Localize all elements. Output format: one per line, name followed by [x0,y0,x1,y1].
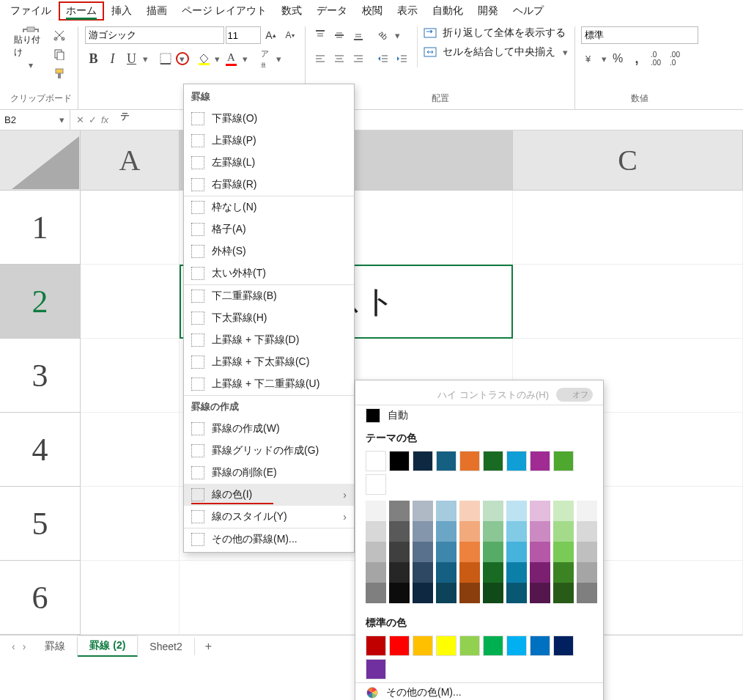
border-item-i[interactable]: 線の色(I)› [184,484,354,506]
increase-decimal-button[interactable]: .0.00 [647,50,665,67]
border-item-h[interactable]: 下太罫線(H) [184,307,354,329]
menu-data[interactable]: データ [309,1,355,21]
color-swatch[interactable] [483,583,503,603]
fx-button[interactable]: fx [101,114,108,125]
color-swatch[interactable] [553,521,574,542]
color-swatch[interactable] [577,542,597,562]
font-size-select[interactable] [226,26,261,44]
color-swatch[interactable] [413,542,433,562]
border-item-b[interactable]: 下二重罫線(B) [184,284,354,307]
cell-a2[interactable] [81,265,180,339]
color-swatch[interactable] [577,583,597,603]
decrease-font-button[interactable]: A▾ [281,26,299,44]
color-swatch[interactable] [436,542,456,562]
color-swatch[interactable] [553,542,574,562]
color-swatch[interactable] [413,451,433,471]
increase-indent-button[interactable] [393,50,411,67]
wrap-text-button[interactable]: 折り返して全体を表示する [424,26,569,40]
color-swatch[interactable] [553,562,574,583]
color-swatch[interactable] [366,542,386,562]
sheet-tab-3[interactable]: Sheet2 [138,638,194,655]
color-swatch[interactable] [366,583,386,603]
col-header-c[interactable]: C [513,130,743,191]
border-button[interactable] [157,50,174,67]
border-item-w[interactable]: 罫線の作成(W) [184,418,354,440]
sheet-tab-2[interactable]: 罫線 (2) [78,636,138,657]
menu-review[interactable]: 校閲 [355,1,390,21]
color-swatch[interactable] [530,451,550,471]
menu-home[interactable]: ホーム [59,1,104,21]
cell-a5[interactable] [81,487,180,561]
sheet-nav-next[interactable]: › [23,641,26,652]
menu-automate[interactable]: 自動化 [425,1,470,21]
cell-a1[interactable] [81,191,180,265]
menu-formulas[interactable]: 数式 [274,1,309,21]
chevron-down-icon[interactable]: ▾ [242,54,249,65]
border-item-t[interactable]: 太い外枠(T) [184,262,354,284]
border-item-e[interactable]: 罫線の削除(E) [184,462,354,484]
row-header-5[interactable]: 5 [0,487,81,561]
row-header-1[interactable]: 1 [0,191,81,265]
row-header-2[interactable]: 2 [0,265,81,339]
border-item-u[interactable]: 上罫線 + 下二重罫線(U) [184,373,354,395]
color-swatch[interactable] [506,521,527,542]
color-swatch[interactable] [530,501,550,521]
row-header-6[interactable]: 6 [0,561,81,635]
color-swatch[interactable] [530,635,550,656]
menu-insert[interactable]: 挿入 [104,1,139,21]
color-swatch[interactable] [483,521,503,542]
color-swatch[interactable] [530,521,550,542]
color-swatch[interactable] [413,583,433,603]
color-swatch[interactable] [366,451,386,471]
font-family-select[interactable] [85,26,224,44]
name-box[interactable]: B2 ▾ [0,110,70,130]
color-swatch[interactable] [553,583,574,603]
chevron-down-icon[interactable]: ▾ [561,47,569,58]
align-top-button[interactable] [311,26,329,44]
color-swatch[interactable] [506,451,527,471]
number-format-select[interactable] [581,26,698,44]
border-item-g[interactable]: 罫線グリッドの作成(G) [184,440,354,462]
color-swatch[interactable] [530,542,550,562]
color-swatch[interactable] [577,521,597,542]
color-swatch[interactable] [459,451,480,471]
color-swatch[interactable] [389,635,410,656]
color-swatch[interactable] [436,583,456,603]
cell-a4[interactable] [81,413,180,487]
italic-button[interactable]: I [104,50,122,67]
select-all-corner[interactable] [0,130,81,191]
phonetic-button[interactable]: ア亜 [256,50,274,67]
align-center-button[interactable] [330,50,348,67]
format-painter-button[interactable] [51,65,68,82]
color-swatch[interactable] [366,501,386,521]
chevron-down-icon[interactable]: ▾ [214,54,221,65]
color-swatch[interactable] [366,562,386,583]
cell-c2[interactable] [513,265,743,339]
fill-color-button[interactable] [195,50,212,67]
color-swatch[interactable] [506,501,527,521]
decrease-decimal-button[interactable]: .00.0 [666,50,684,67]
border-item-y[interactable]: 線のスタイル(Y)› [184,506,354,528]
cell-a6[interactable] [81,561,180,635]
border-item-o[interactable]: 下罫線(O) [184,108,354,130]
color-swatch[interactable] [413,635,433,656]
chevron-down-icon[interactable]: ▾ [600,54,607,65]
color-swatch[interactable] [483,635,503,656]
enter-icon[interactable]: ✓ [89,114,97,125]
sheet-nav-prev[interactable]: ‹ [12,641,15,652]
color-swatch[interactable] [389,583,410,603]
color-swatch[interactable] [459,562,480,583]
color-swatch[interactable] [459,542,480,562]
menu-draw[interactable]: 描画 [139,1,174,21]
auto-color-item[interactable]: 自動 [355,405,603,426]
font-color-button[interactable]: A [223,50,240,67]
increase-font-button[interactable]: A▴ [262,26,280,44]
color-swatch[interactable] [389,501,410,521]
menu-developer[interactable]: 開発 [470,1,506,21]
chevron-down-icon[interactable]: ▾ [276,54,283,65]
color-swatch[interactable] [436,562,456,583]
decrease-indent-button[interactable] [374,50,392,67]
color-swatch[interactable] [366,521,386,542]
border-item-d[interactable]: 上罫線 + 下罫線(D) [184,329,354,351]
color-swatch[interactable] [459,583,480,603]
